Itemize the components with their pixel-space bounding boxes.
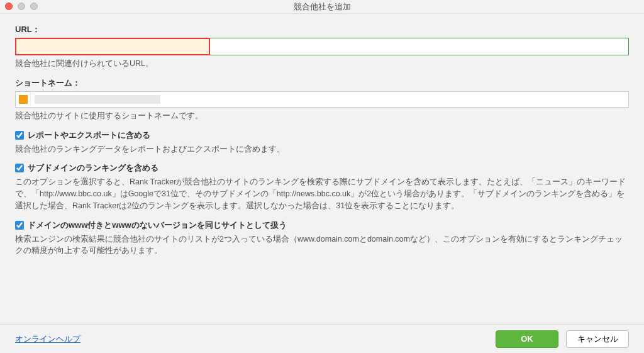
shortname-placeholder <box>35 95 160 104</box>
treat-www-same-label: ドメインのwww付きとwwwのないバージョンを同じサイトとして扱う <box>28 220 287 231</box>
treat-www-same-row: ドメインのwww付きとwwwのないバージョンを同じサイトとして扱う <box>15 220 629 231</box>
cancel-button[interactable]: キャンセル <box>566 330 629 348</box>
include-subdomains-checkbox[interactable] <box>15 164 24 172</box>
online-help-link[interactable]: オンラインヘルプ <box>15 333 80 345</box>
dialog-footer: オンラインヘルプ OK キャンセル <box>0 324 644 353</box>
titlebar: 競合他社を追加 <box>0 0 644 14</box>
shortname-label: ショートネーム： <box>15 77 629 89</box>
url-input[interactable] <box>210 38 628 55</box>
window-title: 競合他社を追加 <box>294 2 351 11</box>
treat-www-same-checkbox[interactable] <box>15 221 24 230</box>
ok-button[interactable]: OK <box>496 330 558 348</box>
include-in-reports-row: レポートやエクスポートに含める <box>15 130 629 141</box>
shortname-input[interactable] <box>160 92 628 107</box>
dialog-content: URL： 競合他社に関連付けられているURL。 ショートネーム： 競合他社のサイ… <box>0 14 644 328</box>
maximize-icon[interactable] <box>30 3 38 10</box>
square-icon <box>19 95 28 104</box>
dialog-window: 競合他社を追加 URL： 競合他社に関連付けられているURL。 ショートネーム：… <box>0 0 644 353</box>
include-in-reports-label: レポートやエクスポートに含める <box>28 130 150 141</box>
include-in-reports-help: 競合他社のランキングデータをレポートおよびエクスポートに含めます。 <box>15 143 629 155</box>
traffic-lights <box>5 3 38 10</box>
url-input-wrap <box>15 38 629 55</box>
shortname-color-swatch[interactable] <box>16 92 31 107</box>
include-in-reports-checkbox[interactable] <box>15 131 24 140</box>
include-subdomains-help: このオプションを選択すると、Rank Trackerが競合他社のサイトのランキン… <box>15 176 629 211</box>
shortname-row <box>15 91 629 108</box>
url-validation-highlight <box>15 38 210 55</box>
url-help-text: 競合他社に関連付けられているURL。 <box>15 58 629 70</box>
shortname-help-text: 競合他社のサイトに使用するショートネームです。 <box>15 110 629 122</box>
treat-www-same-help: 検索エンジンの検索結果に競合他社のサイトのリストが2つ入っている場合（www.d… <box>15 233 629 257</box>
include-subdomains-row: サブドメインのランキングを含める <box>15 162 629 174</box>
url-label: URL： <box>15 24 629 35</box>
close-icon[interactable] <box>5 3 13 10</box>
minimize-icon[interactable] <box>18 3 25 10</box>
include-subdomains-label: サブドメインのランキングを含める <box>28 162 158 174</box>
